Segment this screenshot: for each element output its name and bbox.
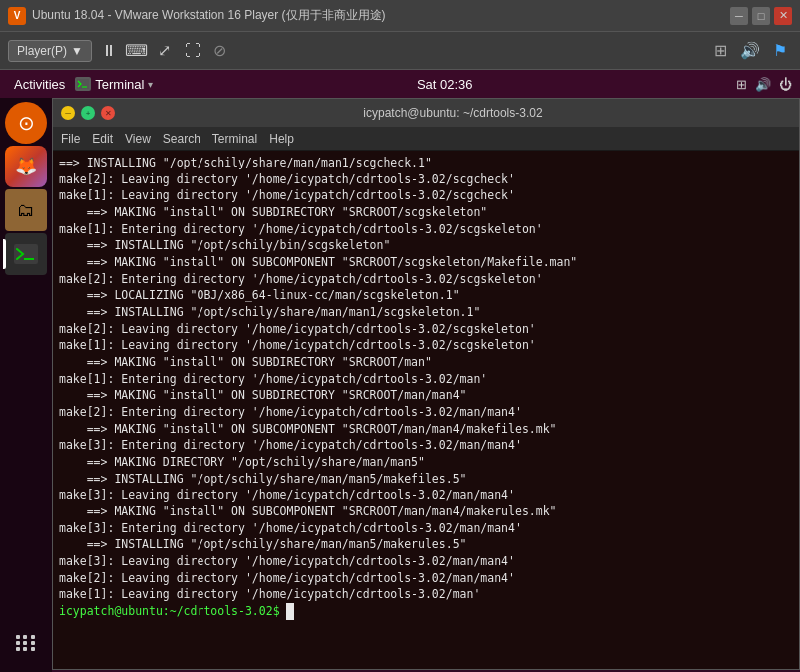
- menu-terminal[interactable]: Terminal: [212, 132, 257, 146]
- terminal-minimize-button[interactable]: ─: [61, 106, 75, 120]
- settings-icon[interactable]: ⚑: [768, 39, 792, 63]
- terminal-line: make[1]: Leaving directory '/home/icypat…: [59, 187, 793, 204]
- terminal-indicator-icon: [75, 77, 91, 91]
- terminal-line: ==> MAKING "install" ON SUBCOMPONENT "SR…: [59, 504, 793, 520]
- terminal-prompt: icypatch@ubuntu:~/cdrtools-3.02$: [59, 604, 286, 618]
- power-indicator-icon[interactable]: ⏻: [779, 77, 792, 92]
- terminal-line: ==> LOCALIZING "OBJ/x86_64-linux-cc/man/…: [59, 287, 793, 304]
- vmware-minimize-button[interactable]: ─: [730, 7, 748, 25]
- vmware-close-button[interactable]: ✕: [774, 7, 792, 25]
- send-ctrlaltdel-icon[interactable]: ⌨: [126, 40, 148, 62]
- terminal-line: make[2]: Leaving directory '/home/icypat…: [59, 570, 793, 587]
- ubuntu-dock: ⊙ 🦊 🗂: [0, 98, 52, 672]
- terminal-line: ==> MAKING "install" ON SUBDIRECTORY "SR…: [59, 354, 793, 371]
- terminal-taskbar-item[interactable]: Terminal ▾: [75, 77, 153, 92]
- terminal-titlebar: ─ + ✕ icypatch@ubuntu: ~/cdrtools-3.02: [53, 99, 799, 127]
- terminal-line: make[3]: Entering directory '/home/icypa…: [59, 520, 793, 537]
- ubuntu-top-panel: Activities Terminal ▾ Sat 02:36 ⊞ 🔊 ⏻: [0, 70, 800, 98]
- terminal-line: make[2]: Leaving directory '/home/icypat…: [59, 171, 793, 188]
- terminal-close-button[interactable]: ✕: [101, 106, 115, 120]
- player-dropdown-icon: ▼: [71, 44, 83, 58]
- terminal-line: make[3]: Entering directory '/home/icypa…: [59, 437, 793, 454]
- player-menu-button[interactable]: Player(P) ▼: [8, 40, 92, 62]
- vmware-window-controls: ─ □ ✕: [730, 7, 792, 25]
- terminal-line: ==> INSTALLING "/opt/schily/bin/scgskele…: [59, 237, 793, 254]
- dock-terminal-icon[interactable]: [5, 233, 47, 275]
- terminal-line: make[1]: Entering directory '/home/icypa…: [59, 221, 793, 238]
- terminal-line: make[3]: Leaving directory '/home/icypat…: [59, 487, 793, 504]
- terminal-output[interactable]: ==> INSTALLING "/opt/schily/share/man/ma…: [53, 151, 799, 669]
- terminal-line: make[2]: Leaving directory '/home/icypat…: [59, 321, 793, 338]
- terminal-line: ==> INSTALLING "/opt/schily/share/man/ma…: [59, 304, 793, 321]
- menu-edit[interactable]: Edit: [92, 132, 113, 146]
- terminal-line: ==> INSTALLING "/opt/schily/share/man/ma…: [59, 536, 793, 553]
- fullscreen-icon[interactable]: ⛶: [182, 40, 203, 62]
- pause-icon[interactable]: ⏸: [98, 40, 120, 62]
- terminal-taskbar-label: Terminal: [95, 77, 144, 92]
- terminal-window-title: icypatch@ubuntu: ~/cdrtools-3.02: [115, 106, 791, 120]
- panel-right-indicators: ⊞ 🔊 ⏻: [736, 77, 792, 92]
- dock-ubuntu-icon[interactable]: ⊙: [5, 102, 47, 144]
- terminal-taskbar-arrow: ▾: [148, 79, 153, 90]
- terminal-menubar: File Edit View Search Terminal Help: [53, 127, 799, 151]
- terminal-line: ==> MAKING DIRECTORY "/opt/schily/share/…: [59, 454, 793, 471]
- network-indicator-icon[interactable]: ⊞: [736, 77, 747, 92]
- terminal-maximize-button[interactable]: +: [81, 106, 95, 120]
- dock-show-apps-icon[interactable]: [5, 622, 47, 664]
- terminal-line: ==> MAKING "install" ON SUBCOMPONENT "SR…: [59, 421, 793, 438]
- terminal-line: ==> INSTALLING "/opt/schily/share/man/ma…: [59, 471, 793, 488]
- terminal-line: make[2]: Entering directory '/home/icypa…: [59, 271, 793, 288]
- terminal-window-controls: ─ + ✕: [61, 106, 115, 120]
- terminal-cursor: [286, 603, 294, 620]
- player-label: Player(P): [17, 44, 67, 58]
- dock-files-icon[interactable]: 🗂: [5, 189, 47, 231]
- terminal-line: ==> MAKING "install" ON SUBDIRECTORY "SR…: [59, 204, 793, 221]
- terminal-line: make[1]: Leaving directory '/home/icypat…: [59, 586, 793, 603]
- menu-search[interactable]: Search: [163, 132, 200, 146]
- terminal-line: make[2]: Entering directory '/home/icypa…: [59, 404, 793, 421]
- terminal-line: ==> MAKING "install" ON SUBCOMPONENT "SR…: [59, 254, 793, 271]
- menu-file[interactable]: File: [61, 132, 80, 146]
- terminal-line: ==> MAKING "install" ON SUBDIRECTORY "SR…: [59, 387, 793, 404]
- vmware-maximize-button[interactable]: □: [752, 7, 770, 25]
- terminal-line: make[1]: Leaving directory '/home/icypat…: [59, 337, 793, 354]
- fit-guest-icon[interactable]: ⤢: [154, 40, 176, 62]
- vmware-logo-icon: V: [8, 7, 26, 25]
- menu-view[interactable]: View: [125, 132, 151, 146]
- vmware-titlebar: V Ubuntu 18.04 - VMware Workstation 16 P…: [0, 0, 800, 32]
- menu-help[interactable]: Help: [269, 132, 294, 146]
- svg-rect-2: [14, 244, 38, 264]
- volume-indicator-icon[interactable]: 🔊: [755, 77, 771, 92]
- dock-firefox-icon[interactable]: 🦊: [5, 146, 47, 187]
- terminal-line: ==> INSTALLING "/opt/schily/share/man/ma…: [59, 155, 793, 171]
- network-icon[interactable]: ⊞: [708, 39, 732, 63]
- activities-button[interactable]: Activities: [8, 75, 71, 94]
- ubuntu-desktop: Activities Terminal ▾ Sat 02:36 ⊞ 🔊 ⏻ ⊙ …: [0, 70, 800, 672]
- vmware-toolbar: Player(P) ▼ ⏸ ⌨ ⤢ ⛶ ⊘ ⊞ 🔊 ⚑: [0, 32, 800, 70]
- terminal-line: make[3]: Leaving directory '/home/icypat…: [59, 553, 793, 570]
- terminal-prompt-line: icypatch@ubuntu:~/cdrtools-3.02$: [59, 603, 793, 620]
- panel-clock[interactable]: Sat 02:36: [157, 77, 732, 92]
- terminal-window: ─ + ✕ icypatch@ubuntu: ~/cdrtools-3.02 F…: [52, 98, 800, 670]
- cursor-icon[interactable]: ⊘: [209, 40, 231, 62]
- vmware-title: Ubuntu 18.04 - VMware Workstation 16 Pla…: [32, 7, 724, 24]
- audio-icon[interactable]: 🔊: [738, 39, 762, 63]
- terminal-line: make[1]: Entering directory '/home/icypa…: [59, 371, 793, 388]
